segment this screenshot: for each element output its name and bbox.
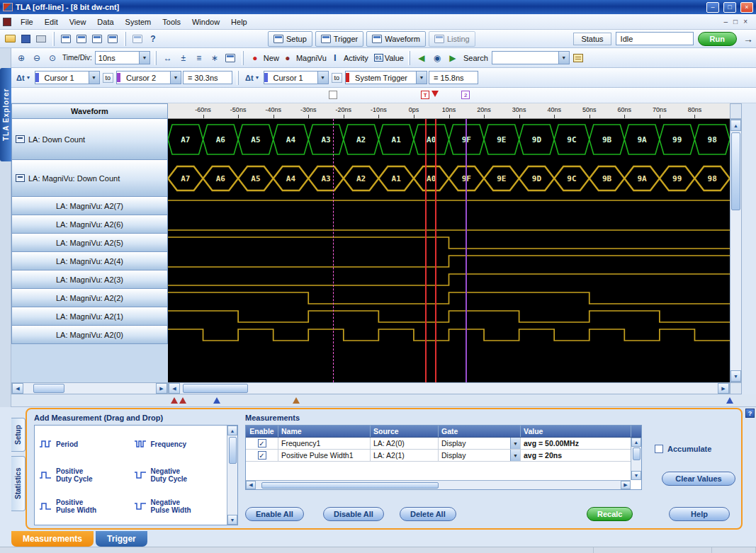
system-trigger-combo[interactable]: System Trigger ▼ bbox=[345, 71, 427, 84]
delta-time-icon[interactable]: Δt▼ bbox=[243, 74, 262, 82]
scroll-left-icon[interactable]: ◀ bbox=[246, 481, 256, 489]
chevron-down-icon[interactable]: ▼ bbox=[89, 72, 99, 84]
gate-dropdown-button[interactable]: ▼ bbox=[510, 438, 520, 449]
new-button[interactable]: New bbox=[264, 54, 279, 62]
waveform-vertical-scrollbar[interactable]: ▲ ▼ bbox=[730, 119, 742, 382]
scroll-right-icon[interactable]: ▶ bbox=[621, 481, 631, 489]
value-button[interactable]: Value bbox=[385, 54, 404, 62]
wave-label-la-magnivu-a2-7[interactable]: LA: MagniVu: A2(7) bbox=[11, 197, 168, 215]
wave-label-la-magnivu-a2-6[interactable]: LA: MagniVu: A2(6) bbox=[11, 215, 168, 234]
magnivu-button[interactable]: MagniVu bbox=[296, 54, 327, 62]
palette-item-positive-pulse-width[interactable]: PositivePulse Width bbox=[36, 491, 131, 522]
mdi-restore-button[interactable]: □ bbox=[733, 18, 738, 25]
minimize-button[interactable]: – bbox=[706, 2, 719, 13]
mdi-close-button[interactable]: × bbox=[743, 18, 747, 25]
cursor-1-handle[interactable] bbox=[329, 91, 337, 99]
side-tab-statistics[interactable]: Statistics bbox=[11, 456, 26, 511]
save-icon[interactable] bbox=[18, 32, 33, 46]
scroll-right-icon[interactable]: ▶ bbox=[156, 383, 167, 394]
cursor-flag[interactable] bbox=[213, 397, 220, 404]
palette-item-negative-duty-cycle[interactable]: NegativeDuty Cycle bbox=[131, 460, 226, 491]
search-next-icon[interactable]: ▶ bbox=[446, 51, 460, 65]
scroll-right-icon[interactable]: ▶ bbox=[718, 383, 729, 394]
chevron-down-icon[interactable]: ▼ bbox=[139, 52, 149, 64]
cursor-flag[interactable] bbox=[171, 397, 178, 404]
waveform-scroll-thumb[interactable] bbox=[183, 384, 248, 393]
enable-checkbox[interactable]: ✓ bbox=[258, 439, 266, 447]
cursor-flag[interactable] bbox=[726, 397, 733, 404]
chevron-down-icon[interactable]: ▼ bbox=[558, 52, 569, 64]
menu-item-edit[interactable]: Edit bbox=[39, 16, 64, 28]
scroll-up-icon[interactable]: ▲ bbox=[631, 438, 641, 447]
histogram-window-icon[interactable] bbox=[106, 32, 120, 46]
recalc-button[interactable]: Recalc bbox=[587, 507, 633, 521]
cursor2-combo[interactable]: Cursor 2 ▼ bbox=[116, 71, 181, 84]
chevron-down-icon[interactable]: ▼ bbox=[317, 72, 328, 84]
delete-all-button[interactable]: Delete All bbox=[400, 507, 456, 521]
menu-item-view[interactable]: View bbox=[64, 16, 92, 28]
waveform-canvas[interactable]: A7A6A5A4A3A2A1A09F9E9D9C9B9A9998A7A6A5A4… bbox=[168, 119, 730, 382]
panel-help-icon[interactable]: ? bbox=[745, 409, 755, 418]
wave-label-la-magnivu-a2-0[interactable]: LA: MagniVu: A2(0) bbox=[11, 326, 168, 344]
view-button-waveform[interactable]: Waveform bbox=[366, 31, 426, 47]
table-horizontal-scrollbar[interactable]: ◀ ▶ bbox=[246, 480, 631, 489]
table-hscroll-thumb[interactable] bbox=[261, 482, 439, 489]
select-icon[interactable]: ± bbox=[176, 51, 191, 65]
scroll-left-icon[interactable]: ◀ bbox=[169, 383, 180, 394]
system-trigger-handle[interactable]: T bbox=[421, 91, 429, 99]
waveform-horizontal-scrollbar[interactable]: ◀ ▶ bbox=[168, 382, 730, 394]
label-scroll-thumb[interactable] bbox=[33, 384, 64, 393]
search-combo[interactable]: ▼ bbox=[492, 51, 570, 64]
close-button[interactable]: × bbox=[740, 2, 753, 13]
source-window-icon[interactable] bbox=[130, 32, 145, 46]
activity-button[interactable]: Activity bbox=[344, 54, 368, 62]
scroll-up-icon[interactable]: ▲ bbox=[227, 426, 237, 435]
magnivu-trigger-handle[interactable] bbox=[431, 91, 439, 97]
open-file-icon[interactable] bbox=[3, 32, 17, 46]
menu-item-help[interactable]: Help bbox=[225, 16, 253, 28]
scroll-left-icon[interactable]: ◀ bbox=[12, 383, 23, 394]
palette-item-negative-pulse-width[interactable]: NegativePulse Width bbox=[131, 491, 226, 522]
zoom-fit-icon[interactable]: ⊙ bbox=[45, 51, 60, 65]
tab-measurements[interactable]: Measurements bbox=[11, 531, 94, 547]
compare-icon[interactable]: ≡ bbox=[192, 51, 206, 65]
cursor-2-handle[interactable]: 2 bbox=[461, 91, 470, 99]
listing-window-icon[interactable] bbox=[74, 32, 89, 46]
accumulate-checkbox[interactable] bbox=[655, 445, 663, 453]
disable-all-button[interactable]: Disable All bbox=[323, 507, 384, 521]
zoom-in-icon[interactable]: ⊕ bbox=[14, 51, 28, 65]
pan-icon[interactable]: ↔ bbox=[161, 51, 175, 65]
wave-label-la-magnivu-a2-4[interactable]: LA: MagniVu: A2(4) bbox=[11, 252, 168, 270]
vertical-scroll-thumb[interactable] bbox=[731, 132, 740, 210]
cursor-flag[interactable] bbox=[293, 397, 300, 404]
menu-item-window[interactable]: Window bbox=[186, 16, 225, 28]
notebook-icon[interactable] bbox=[571, 51, 585, 65]
timediv-combo[interactable]: 10ns ▼ bbox=[95, 51, 150, 64]
wave-label-la-magnivu-a2-1[interactable]: LA: MagniVu: A2(1) bbox=[11, 307, 168, 326]
chevron-down-icon[interactable]: ▼ bbox=[170, 72, 181, 84]
wave-label-la-magnivu-a2-3[interactable]: LA: MagniVu: A2(3) bbox=[11, 270, 168, 289]
delta-time-icon[interactable]: Δt▼ bbox=[14, 74, 33, 82]
wave-label-la-magnivu-a2-5[interactable]: LA: MagniVu: A2(5) bbox=[11, 234, 168, 252]
tla-explorer-tab[interactable]: TLA Explorer bbox=[0, 68, 11, 161]
palette-item-frequency[interactable]: Frequency bbox=[131, 428, 226, 460]
mdi-minimize-button[interactable]: – bbox=[724, 18, 728, 25]
menu-item-file[interactable]: File bbox=[15, 16, 39, 28]
maximize-button[interactable]: □ bbox=[723, 2, 736, 13]
cursor1b-combo[interactable]: Cursor 1 ▼ bbox=[264, 71, 329, 84]
clear-values-button[interactable]: Clear Values bbox=[662, 472, 735, 486]
palette-item-positive-duty-cycle[interactable]: PositiveDuty Cycle bbox=[36, 460, 131, 491]
chevron-down-icon[interactable]: ▼ bbox=[416, 72, 427, 84]
table-vertical-scrollbar[interactable]: ▲ ▼ bbox=[631, 438, 641, 480]
menu-item-data[interactable]: Data bbox=[91, 16, 119, 28]
gate-dropdown-button[interactable]: ▼ bbox=[510, 450, 520, 461]
help-button[interactable]: Help bbox=[669, 507, 730, 521]
waveform-column-header[interactable]: Waveform bbox=[11, 103, 168, 119]
palette-item-period[interactable]: Period bbox=[36, 428, 131, 460]
scroll-down-icon[interactable]: ▼ bbox=[730, 370, 741, 382]
scroll-down-icon[interactable]: ▼ bbox=[631, 471, 641, 480]
cursor1-combo[interactable]: Cursor 1 ▼ bbox=[35, 71, 100, 84]
menu-item-tools[interactable]: Tools bbox=[157, 16, 186, 28]
waveform-window-icon[interactable] bbox=[90, 32, 104, 46]
menu-item-system[interactable]: System bbox=[120, 16, 157, 28]
